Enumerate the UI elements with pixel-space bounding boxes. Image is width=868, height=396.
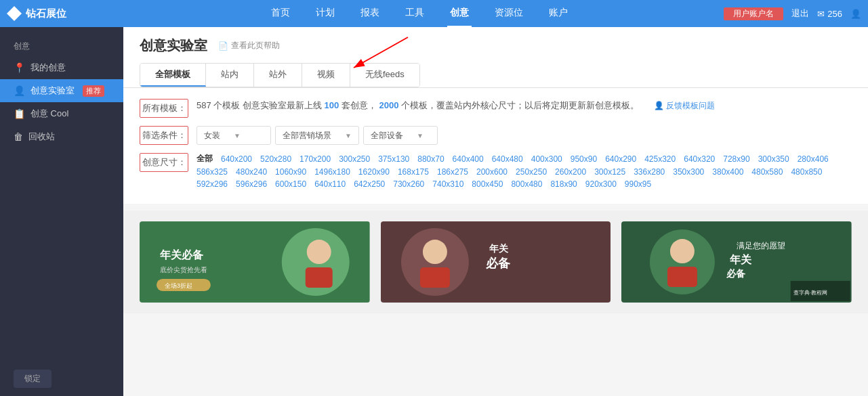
size-item[interactable]: 642x250 [354, 179, 385, 189]
size-item[interactable]: 1496x180 [314, 167, 350, 177]
size-item[interactable]: 280x406 [798, 154, 829, 164]
size-item[interactable]: 640x110 [314, 179, 346, 189]
size-item[interactable]: 400x300 [531, 154, 562, 164]
size-item[interactable]: 920x300 [585, 179, 617, 189]
size-item[interactable]: 596x296 [236, 179, 267, 189]
size-item[interactable]: 728x90 [723, 154, 749, 164]
size-item[interactable]: 800x480 [511, 179, 542, 189]
chevron-down-icon-2: ▼ [345, 132, 352, 139]
size-item[interactable]: 586x325 [197, 167, 228, 177]
sidebar-item-label: 创意 Cool [30, 108, 68, 120]
size-item[interactable]: 300x350 [758, 154, 789, 164]
nav-logout[interactable]: 退出 [791, 7, 809, 20]
template-card-1[interactable]: 年关必备 底价尖货抢先看 全场3折起 [140, 221, 370, 303]
svg-rect-23 [667, 267, 697, 287]
size-item[interactable]: 全部 [197, 153, 213, 164]
tab-external[interactable]: 站外 [254, 64, 302, 87]
template-card-3[interactable]: 满足您的愿望 年关 必备 查字典·教程网 [621, 221, 852, 303]
sidebar-item-trash[interactable]: 🗑 回收站 [0, 125, 123, 148]
pin-icon: 📍 [14, 62, 25, 73]
size-item[interactable]: 730x260 [393, 179, 424, 189]
size-item[interactable]: 375x130 [378, 154, 409, 164]
nav-tools[interactable]: 工具 [402, 0, 427, 27]
feedback-link[interactable]: 👤 反馈模板问题 [654, 100, 715, 112]
sidebar-item-creative-lab[interactable]: 👤 创意实验室 推荐 [0, 79, 123, 102]
size-item[interactable]: 300x250 [339, 154, 370, 164]
nav-report[interactable]: 报表 [358, 0, 382, 27]
svg-text:年关必备: 年关必备 [159, 248, 204, 261]
size-item[interactable]: 640x290 [605, 154, 636, 164]
size-item[interactable]: 1060x90 [275, 167, 306, 177]
size-item[interactable]: 200x600 [476, 167, 508, 177]
size-item[interactable]: 640x480 [492, 154, 523, 164]
size-item[interactable]: 250x250 [516, 167, 547, 177]
size-item[interactable]: 260x200 [555, 167, 586, 177]
cards-area: 年关必备 底价尖货抢先看 全场3折起 年关 必备 [123, 211, 868, 313]
nav-home[interactable]: 首页 [268, 0, 293, 27]
size-item[interactable]: 336x280 [634, 167, 665, 177]
size-item[interactable]: 818x90 [550, 179, 577, 189]
nav-creative[interactable]: 创意 [447, 0, 472, 27]
size-item[interactable]: 800x450 [472, 179, 503, 189]
nav-resource[interactable]: 资源位 [492, 0, 526, 27]
size-item[interactable]: 640x200 [221, 154, 252, 164]
clipboard-icon: 📋 [14, 108, 25, 119]
nav-plan[interactable]: 计划 [313, 0, 337, 27]
nav-right: 用户账户名 退出 ✉ 256 👤 [724, 7, 861, 20]
sidebar-item-label: 我的创意 [30, 62, 66, 74]
size-item[interactable]: 592x296 [197, 179, 228, 189]
size-item[interactable]: 300x125 [594, 167, 625, 177]
svg-text:年关: 年关 [729, 253, 752, 265]
cards-grid: 年关必备 底价尖货抢先看 全场3折起 年关 必备 [140, 211, 852, 303]
dropdown-scene[interactable]: 全部营销场景 ▼ [275, 126, 359, 145]
size-item[interactable]: 640x320 [684, 154, 715, 164]
svg-text:查字典·教程网: 查字典·教程网 [793, 290, 827, 296]
size-item[interactable]: 168x175 [398, 167, 429, 177]
sidebar-lock-area: 锁定 [0, 361, 123, 396]
sidebar: 创意 📍 我的创意 👤 创意实验室 推荐 📋 创意 Cool 🗑 回收站 锁定 [0, 27, 123, 396]
svg-text:全场3折起: 全场3折起 [165, 282, 192, 289]
card-image-2: 年关 必备 [381, 221, 611, 303]
size-item[interactable]: 950x90 [571, 154, 597, 164]
size-item[interactable]: 990x95 [625, 179, 651, 189]
sidebar-badge-recommend: 推荐 [83, 85, 104, 97]
size-item[interactable]: 880x70 [417, 154, 444, 164]
sidebar-item-my-creative[interactable]: 📍 我的创意 [0, 56, 123, 79]
dropdown-category[interactable]: 女装 ▼ [197, 126, 271, 145]
feedback-text: 反馈模板问题 [666, 100, 715, 112]
svg-line-0 [354, 37, 408, 68]
size-item[interactable]: 1620x90 [358, 167, 390, 177]
tab-internal[interactable]: 站内 [206, 64, 254, 87]
size-item[interactable]: 380x400 [712, 167, 743, 177]
size-item[interactable]: 480x240 [236, 167, 267, 177]
filter-row-conditions: 筛选条件： 女装 ▼ 全部营销场景 ▼ 全部设备 ▼ [140, 126, 852, 145]
svg-text:满足您的愿望: 满足您的愿望 [737, 241, 785, 250]
tab-all-templates[interactable]: 全部模板 [140, 64, 206, 87]
size-item[interactable]: 600x150 [275, 179, 306, 189]
nav-account[interactable]: 账户 [546, 0, 571, 27]
size-item[interactable]: 480x850 [791, 167, 822, 177]
size-filter-label: 创意尺寸： [140, 153, 188, 172]
size-item[interactable]: 520x280 [260, 154, 291, 164]
help-link[interactable]: 📄 查看此页帮助 [218, 40, 280, 51]
dropdown-device[interactable]: 全部设备 ▼ [363, 126, 438, 145]
size-item[interactable]: 186x275 [437, 167, 468, 177]
size-item[interactable]: 640x400 [453, 154, 484, 164]
sidebar-item-label: 创意实验室 [30, 85, 75, 97]
sidebar-item-label: 回收站 [28, 131, 55, 143]
user-icon: 👤 [14, 85, 25, 96]
size-item[interactable]: 740x310 [432, 179, 463, 189]
size-item[interactable]: 350x300 [673, 167, 704, 177]
size-grid: 全部640x200520x280170x200300x250375x130880… [197, 153, 852, 189]
filter-cond-label: 筛选条件： [140, 126, 188, 145]
nav-mail[interactable]: ✉ 256 [817, 9, 842, 19]
sidebar-item-creative-cool[interactable]: 📋 创意 Cool [0, 102, 123, 125]
feedback-icon: 👤 [654, 101, 664, 110]
size-item[interactable]: 480x580 [751, 167, 783, 177]
size-item[interactable]: 170x200 [299, 154, 331, 164]
template-card-2[interactable]: 年关 必备 [381, 221, 611, 303]
dropdown-category-value: 女装 [204, 130, 220, 141]
highlight-2000: 2000 [379, 100, 399, 110]
size-item[interactable]: 425x320 [644, 154, 676, 164]
lock-button[interactable]: 锁定 [14, 370, 51, 388]
